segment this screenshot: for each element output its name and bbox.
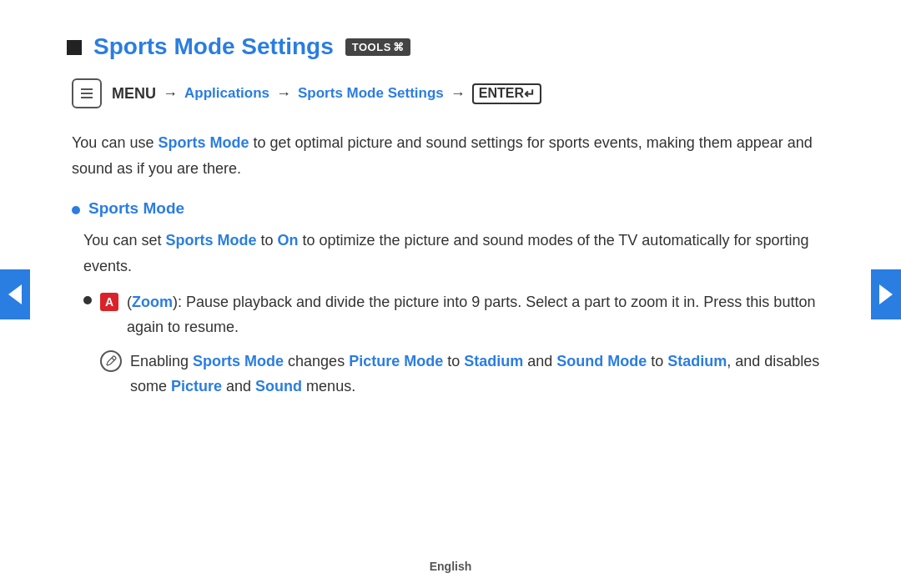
nav-arrow-3: → bbox=[450, 85, 466, 103]
nav-sports-mode-settings: Sports Mode Settings bbox=[298, 85, 444, 102]
note-icon bbox=[100, 350, 122, 372]
zoom-bullet-row: A (Zoom): Pause playback and divide the … bbox=[83, 290, 834, 339]
page-title: Sports Mode Settings bbox=[93, 33, 334, 60]
note-row: Enabling Sports Mode changes Picture Mod… bbox=[100, 349, 834, 400]
sub-bullets-container: A (Zoom): Pause playback and divide the … bbox=[83, 290, 834, 400]
next-arrow-icon bbox=[879, 284, 893, 304]
footer-language: English bbox=[430, 560, 472, 573]
title-row: Sports Mode Settings TOOLS⌘ bbox=[67, 33, 834, 60]
menu-icon bbox=[72, 78, 102, 108]
zoom-text: (Zoom): Pause playback and divide the pi… bbox=[127, 290, 834, 339]
nav-arrow-2: → bbox=[276, 85, 291, 103]
title-square-icon bbox=[67, 40, 82, 55]
prev-page-button[interactable] bbox=[0, 269, 30, 319]
note-text: Enabling Sports Mode changes Picture Mod… bbox=[130, 349, 834, 400]
zoom-bullet-dot bbox=[83, 296, 92, 304]
zoom-badge-icon: A bbox=[100, 293, 118, 311]
next-page-button[interactable] bbox=[871, 269, 901, 319]
sports-mode-description: You can set Sports Mode to On to optimiz… bbox=[83, 228, 834, 279]
nav-applications: Applications bbox=[184, 85, 269, 102]
tools-badge: TOOLS⌘ bbox=[345, 38, 411, 56]
sports-mode-bullet-dot bbox=[72, 206, 80, 214]
prev-arrow-icon bbox=[8, 284, 22, 304]
sports-mode-section: Sports Mode bbox=[72, 199, 834, 218]
sports-mode-label: Sports Mode bbox=[88, 199, 184, 218]
nav-arrow-1: → bbox=[163, 85, 178, 103]
svg-line-0 bbox=[112, 358, 114, 360]
menu-label: MENU bbox=[112, 85, 156, 103]
description-paragraph: You can use Sports Mode to get optimal p… bbox=[72, 130, 834, 181]
nav-enter: ENTER↵ bbox=[472, 83, 541, 104]
nav-path-row: MENU → Applications → Sports Mode Settin… bbox=[72, 78, 834, 108]
